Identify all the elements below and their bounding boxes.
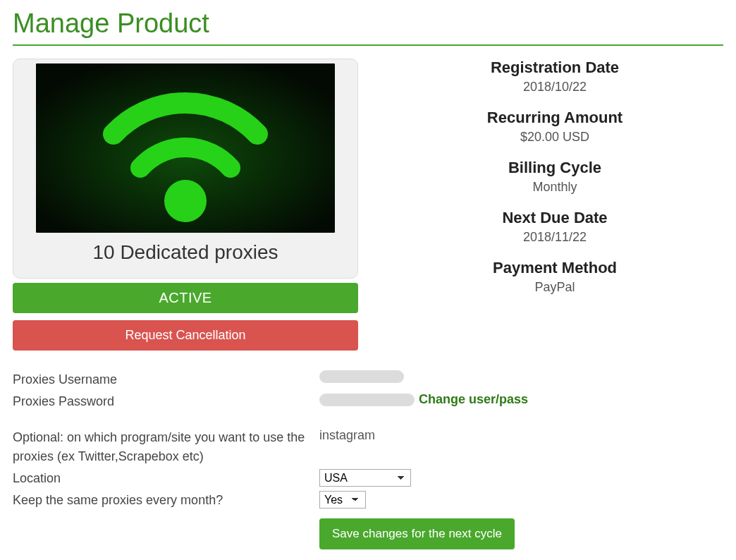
product-details: Registration Date 2018/10/22 Recurring A… [386,59,723,309]
program-value: instagram [319,428,375,443]
change-user-pass-link[interactable]: Change user/pass [419,392,528,407]
location-select[interactable]: USA [319,469,411,487]
proxies-username-label: Proxies Username [13,370,319,389]
payment-method-value: PayPal [386,280,723,295]
status-badge: ACTIVE [13,283,358,313]
save-changes-button[interactable]: Save changes for the next cycle [319,518,515,549]
keep-same-label: Keep the same proxies every month? [13,491,319,510]
product-card: 10 Dedicated proxies [13,59,358,279]
proxies-password-label: Proxies Password [13,392,319,411]
proxies-username-value [319,370,404,383]
next-due-date-label: Next Due Date [386,209,723,227]
recurring-amount-label: Recurring Amount [386,109,723,127]
product-image [36,63,335,233]
payment-method-label: Payment Method [386,259,723,277]
program-label: Optional: on which program/site you want… [13,428,319,466]
recurring-amount-value: $20.00 USD [386,130,723,145]
wifi-icon [36,63,335,233]
proxies-password-value [319,394,415,406]
billing-cycle-value: Monthly [386,180,723,195]
registration-date-label: Registration Date [386,59,723,77]
page-title: Manage Product [13,8,723,46]
billing-cycle-label: Billing Cycle [386,159,723,177]
product-title: 10 Dedicated proxies [13,241,357,264]
keep-same-select[interactable]: Yes [319,491,366,509]
next-due-date-value: 2018/11/22 [386,230,723,245]
svg-point-2 [164,180,207,222]
registration-date-value: 2018/10/22 [386,80,723,95]
location-label: Location [13,469,319,488]
request-cancellation-button[interactable]: Request Cancellation [13,320,358,351]
